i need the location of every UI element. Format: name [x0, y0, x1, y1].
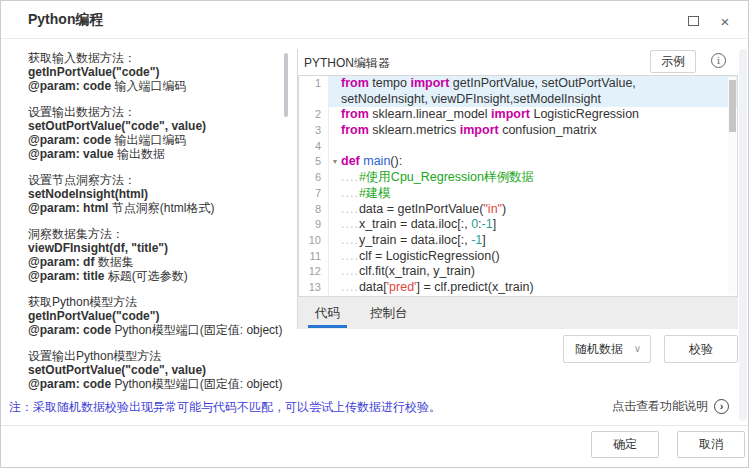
gutter-marker	[329, 264, 341, 280]
doc-line: @param: code Python模型端口(固定值: object)	[28, 323, 284, 337]
doc-line: 设置输出数据方法：	[28, 105, 284, 119]
code-line[interactable]: 11....clf = LogisticRegression()	[299, 249, 737, 265]
code-line[interactable]: 3from sklearn.metrics import confusion_m…	[299, 123, 737, 139]
code-line[interactable]: 5▾def main():	[299, 154, 737, 170]
doc-line: 获取输入数据方法：	[28, 51, 284, 65]
dialog-title: Python编程	[28, 11, 103, 29]
editor-tab[interactable]: 控制台	[363, 297, 415, 329]
doc-line: viewDFInsight(df, "title")	[28, 241, 284, 255]
code-line[interactable]: 10....y_train = data.iloc[:, -1]	[299, 233, 737, 249]
editor-panel-title: PYTHON编辑器	[304, 55, 390, 72]
gutter-marker	[329, 249, 341, 265]
gutter-marker	[329, 123, 341, 139]
doc-line: @param: code 输入端口编码	[28, 79, 284, 93]
code-line[interactable]: 8....data = getInPortValue("in")	[299, 202, 737, 218]
dialog-scrollbar[interactable]	[739, 49, 747, 421]
doc-line: setOutPortValue("code", value)	[28, 119, 284, 133]
gutter-marker	[329, 217, 341, 233]
gutter-marker	[329, 107, 341, 123]
doc-line: setNodeInsight(html)	[28, 187, 284, 201]
close-icon: ×	[721, 13, 730, 30]
doc-line: @param: df 数据集	[28, 255, 284, 269]
fold-arrow-icon[interactable]: ▾	[329, 154, 341, 170]
code-line[interactable]: 9....x_train = data.iloc[:, 0:-1]	[299, 217, 737, 233]
editor-tabs: 代码控制台	[298, 297, 738, 329]
code-lines: 1from tempo import getInPortValue, setOu…	[299, 76, 737, 296]
gutter-marker	[329, 202, 341, 218]
code-line[interactable]: 4	[299, 139, 737, 155]
doc-line: @param: html 节点洞察(html格式)	[28, 201, 284, 215]
doc-line: setOutPortValue("code", value)	[28, 363, 284, 377]
sidebar-scrollbar[interactable]	[284, 53, 288, 117]
title-bar: Python编程 ×	[1, 1, 748, 39]
code-line[interactable]: 13....data['pred'] = clf.predict(x_train…	[299, 280, 737, 296]
gutter-marker	[329, 170, 341, 186]
doc-line: 获取Python模型方法	[28, 295, 284, 309]
doc-line: getInPortValue("code")	[28, 309, 284, 323]
code-line[interactable]: 1from tempo import getInPortValue, setOu…	[299, 76, 737, 107]
code-line[interactable]: 2from sklearn.linear_model import Logist…	[299, 107, 737, 123]
doc-line: @param: code Python模型端口(固定值: object)	[28, 377, 284, 391]
dropdown-value: 随机数据	[575, 342, 623, 356]
doc-line: @param: code 输出端口编码	[28, 133, 284, 147]
sidebar-docs: 获取输入数据方法：getInPortValue("code")@param: c…	[28, 51, 284, 391]
doc-block: 获取Python模型方法getInPortValue("code")@param…	[28, 295, 284, 337]
help-link-label: 点击查看功能说明	[612, 398, 708, 415]
doc-line: getInPortValue("code")	[28, 65, 284, 79]
footer-divider	[1, 425, 748, 426]
validate-button[interactable]: 校验	[664, 335, 738, 363]
gutter-marker	[329, 76, 341, 92]
gutter-marker	[329, 139, 341, 155]
doc-line: @param: value 输出数据	[28, 147, 284, 161]
editor-scrollbar-thumb[interactable]	[729, 80, 736, 132]
editor-panel: PYTHON编辑器 示例 i 1from tempo import getInP…	[297, 49, 738, 329]
chevron-down-icon: ∨	[634, 336, 641, 362]
actions-row: 随机数据 ∨ 校验	[297, 335, 738, 363]
close-button[interactable]: ×	[714, 11, 736, 31]
window-maximize-icon	[688, 16, 699, 26]
editor-scrollbar-track	[728, 77, 736, 295]
ok-button[interactable]: 确定	[591, 431, 659, 458]
gutter-marker	[329, 233, 341, 249]
doc-block: 洞察数据集方法：viewDFInsight(df, "title")@param…	[28, 227, 284, 283]
doc-block: 设置输出数据方法：setOutPortValue("code", value)@…	[28, 105, 284, 161]
doc-block: 设置输出Python模型方法setOutPortValue("code", va…	[28, 349, 284, 391]
code-editor[interactable]: 1from tempo import getInPortValue, setOu…	[298, 75, 738, 297]
doc-line: 设置输出Python模型方法	[28, 349, 284, 363]
gutter-marker	[329, 280, 341, 296]
doc-line: 洞察数据集方法：	[28, 227, 284, 241]
code-line[interactable]: 7....#建模	[299, 186, 737, 202]
maximize-button[interactable]	[682, 11, 704, 31]
editor-header: PYTHON编辑器 示例 i	[298, 49, 738, 75]
help-link[interactable]: 点击查看功能说明 ›	[612, 398, 729, 415]
doc-block: 设置节点洞察方法：setNodeInsight(html)@param: htm…	[28, 173, 284, 215]
doc-block: 获取输入数据方法：getInPortValue("code")@param: c…	[28, 51, 284, 93]
code-line[interactable]: 12....clf.fit(x_train, y_train)	[299, 264, 737, 280]
python-editor-dialog: Python编程 × 获取输入数据方法：getInPortValue("code…	[0, 0, 749, 468]
editor-tab[interactable]: 代码	[308, 297, 347, 329]
gutter-marker	[329, 92, 341, 108]
gutter-marker	[329, 186, 341, 202]
validation-note: 注：采取随机数据校验出现异常可能与代码不匹配，可以尝试上传数据进行校验。	[9, 399, 441, 416]
cancel-button[interactable]: 取消	[677, 431, 745, 458]
example-button[interactable]: 示例	[650, 50, 696, 73]
arrow-right-circle-icon: ›	[714, 399, 729, 414]
data-source-dropdown[interactable]: 随机数据 ∨	[563, 335, 651, 363]
code-line[interactable]: 6....#使用Cpu_Regression样例数据	[299, 170, 737, 186]
info-icon[interactable]: i	[711, 53, 726, 68]
doc-line: 设置节点洞察方法：	[28, 173, 284, 187]
doc-line: @param: title 标题(可选参数)	[28, 269, 284, 283]
